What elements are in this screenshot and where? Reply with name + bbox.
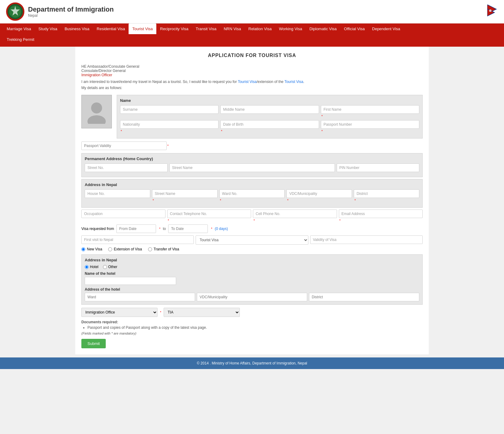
hotel-radio[interactable] [85,265,89,269]
middle-name-input[interactable] [220,105,319,114]
nationality-field: * [120,120,218,133]
district-input[interactable] [354,189,419,198]
nav-relation-visa[interactable]: Relation Visa [245,23,275,34]
email-input[interactable] [339,210,423,218]
first-visit-input[interactable] [81,235,194,244]
first-name-field: * [321,105,419,118]
nav-business-visa[interactable]: Business Visa [61,23,93,34]
nav-nrn-visa[interactable]: NRN Visa [220,23,245,34]
nepal-street-required: * [153,199,154,202]
visa-requested-label: Visa requested from [81,227,114,231]
permanent-address-title: Permanent Address (Home Country) [85,156,419,161]
other-label: Other [108,265,117,269]
personal-info-row: * * * [120,120,419,133]
top-section: Name * * * [81,95,423,138]
hotel-radio-label[interactable]: Hotel [85,265,98,269]
hotel-vdc-input[interactable] [197,293,307,301]
first-name-input[interactable] [321,105,419,114]
house-no-input[interactable] [85,189,150,198]
nepal-street-name-field: * [152,189,218,203]
dob-input[interactable] [220,120,319,129]
hotel-name-label: Name of the hotel [85,271,419,276]
nav-dependent-visa[interactable]: Dependent Visa [368,23,404,34]
occupation-input[interactable] [81,210,165,218]
nav-study-visa[interactable]: Study Visa [35,23,61,34]
contact-tel-input[interactable] [167,210,251,218]
photo-upload-area[interactable] [81,95,112,128]
from-date-input[interactable] [116,224,156,233]
first-visit-field [81,235,194,245]
nav-reciprocity-visa[interactable]: Reciprocity Visa [156,23,192,34]
other-radio-label[interactable]: Other [103,265,117,269]
first-name-required: * [321,114,323,118]
hotel-type-row: Hotel Other [85,265,419,269]
main-content: APPLICATION FOR TOURIST VISA HE Ambassad… [75,47,429,354]
intro-paragraph: I am interested to travel/extend my trav… [81,80,423,84]
nav-tourist-visa[interactable]: Tourist Visa [129,23,156,34]
extension-radio-label[interactable]: Extension of Visa [108,247,142,251]
permanent-address-section: Permanent Address (Home Country) [81,153,423,177]
other-radio[interactable] [103,265,107,269]
passport-number-input[interactable] [321,120,419,129]
ward-no-input[interactable] [219,189,285,198]
nav-marriage-visa[interactable]: Marriage Visa [3,23,35,34]
validity-of-visa-input[interactable] [310,235,423,244]
district-field: * [354,189,419,203]
cell-phone-input[interactable] [253,210,337,218]
svg-point-6 [91,102,102,113]
to-date-required: * [211,227,212,231]
cell-phone-field: * [253,210,337,223]
visa-type-select[interactable]: Tourist Visa [196,235,308,245]
passport-validity-row: * [81,142,423,150]
hotel-name-input[interactable] [85,277,176,285]
submit-button[interactable]: Submit [81,339,106,348]
nav-diplomatic-visa[interactable]: Diplomatic Visa [306,23,340,34]
contact-row: * * * [81,210,423,223]
from-date-required: * [159,227,160,231]
nav-working-visa[interactable]: Working Visa [275,23,306,34]
nationality-input[interactable] [120,120,218,129]
main-nav: Marriage Visa Study Visa Business Visa R… [0,23,504,47]
passport-number-required: * [321,129,323,133]
hotel-address-label: Address of the hotel [85,287,419,292]
surname-field [120,105,218,118]
street-no-input[interactable] [85,163,168,172]
vdc-municipality-input[interactable] [286,189,352,198]
header-text: Department of Immigration Nepal [28,5,114,18]
to-date-input[interactable] [168,224,208,233]
tia-select[interactable]: TIA [164,308,240,317]
hotel-district-input[interactable] [309,293,419,301]
transfer-label: Transfer of Visa [154,247,179,251]
new-visa-label: New Visa [87,247,102,251]
passport-number-field: * [321,120,419,133]
surname-input[interactable] [120,105,218,114]
ward-no-required: * [220,199,221,202]
site-subtitle: Nepal [28,13,114,18]
nepal-street-name-input[interactable] [152,189,218,198]
pin-number-input[interactable] [337,163,420,172]
hotel-ward-input[interactable] [85,293,195,301]
cell-phone-required: * [254,219,255,222]
footer-text: © 2014 . Ministry of Home Affairs, Depar… [197,361,307,365]
new-visa-radio-label[interactable]: New Visa [81,247,102,251]
street-name-input[interactable] [169,163,335,172]
nav-transit-visa[interactable]: Transit Visa [192,23,220,34]
passport-validity-input[interactable] [81,142,167,150]
hotel-address-row [85,293,419,301]
nav-trekking-permit[interactable]: Trekking Permit [3,34,38,45]
street-name-field [169,163,335,172]
logo-emblem [6,2,24,21]
visit-row: Tourist Visa [81,235,423,245]
contact-tel-field: * [167,210,251,223]
immigration-office-row: Immigration Office * TIA [81,308,423,317]
new-visa-radio[interactable] [81,247,85,251]
nav-official-visa[interactable]: Official Visa [340,23,368,34]
immigration-office-select[interactable]: Immigration Office [81,308,158,317]
permanent-address-row [85,163,419,172]
extension-radio[interactable] [108,247,112,251]
name-section: Name * * * [117,95,423,138]
nav-residential-visa[interactable]: Residential Visa [93,23,129,34]
transfer-radio[interactable] [148,247,152,251]
documents-section: Documents required: Passport and copies … [81,320,423,330]
transfer-radio-label[interactable]: Transfer of Visa [148,247,179,251]
